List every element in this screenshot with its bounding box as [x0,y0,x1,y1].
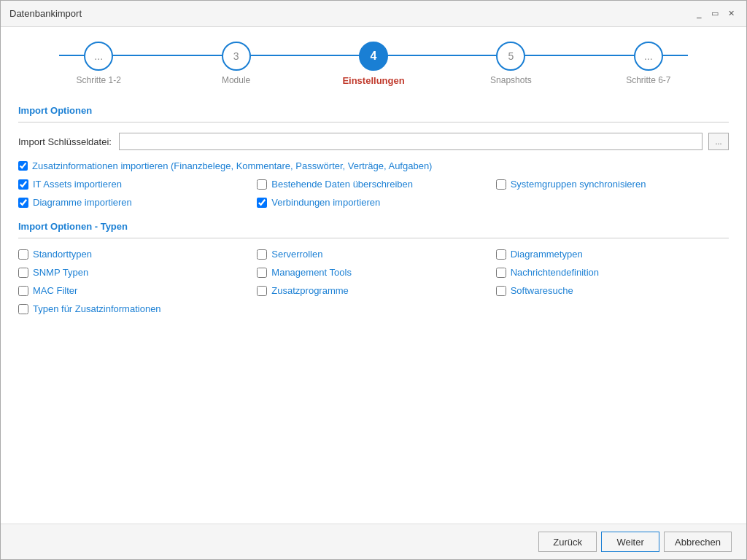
checkbox-systemgruppen: Systemgruppen synchronisieren [496,179,729,190]
checkbox-softwaresuche-input[interactable] [496,286,506,296]
section-title-import-types: Import Optionen - Typen [18,221,729,232]
minimize-button[interactable]: ⎯ [692,7,705,20]
step-circle-1-2: ... [84,42,113,71]
checkbox-snmp-label[interactable]: SNMP Typen [33,267,88,278]
step-label-3: Module [222,75,250,85]
cancel-button[interactable]: Abbrechen [664,532,732,552]
checkbox-systemgruppen-input[interactable] [496,179,506,190]
step-label-5: Snapshots [490,75,532,85]
types-grid-row2: SNMP Typen Management Tools Nachrichtend… [18,267,729,278]
checkbox-nachrichtendefinition: Nachrichtendefinition [496,267,729,278]
checkbox-mac-filter: MAC Filter [18,285,251,296]
checkbox-serverrollen-label[interactable]: Serverrollen [271,249,322,260]
checkbox-bestehende: Bestehende Daten überschreiben [257,179,489,190]
wizard-step-5: 5 Snapshots [442,42,579,85]
checkbox-softwaresuche: Softwaresuche [496,285,729,296]
content-area: ... Schritte 1-2 3 Module 4 Einstellunge… [1,27,746,559]
types-grid-row4: Typen für Zusatzinformationen [18,303,729,314]
checkbox-it-assets: IT Assets importieren [18,179,251,190]
maximize-button[interactable]: ▭ [708,7,721,20]
checkbox-snmp-input[interactable] [18,268,28,278]
close-button[interactable]: ✕ [724,7,738,20]
checkbox-bestehende-input[interactable] [257,179,267,190]
checkbox-mac-filter-input[interactable] [18,286,28,296]
section-title-import-options: Import Optionen [18,105,729,116]
checkbox-mac-filter-label[interactable]: MAC Filter [33,285,77,296]
checkbox-standorttypen-label[interactable]: Standorttypen [33,249,92,260]
checkbox-management-tools-label[interactable]: Management Tools [271,267,352,278]
wizard-step-1-2: ... Schritte 1-2 [30,42,167,85]
checkbox-management-tools: Management Tools [257,267,489,278]
checkbox-systemgruppen-label[interactable]: Systemgruppen synchronisieren [511,179,646,190]
checkbox-diagrammetypen-label[interactable]: Diagrammetypen [511,249,583,260]
checkbox-verbindungen: Verbindungen importieren [257,197,489,208]
checkbox-grid-row1: IT Assets importieren Bestehende Daten ü… [18,179,729,190]
checkbox-zusatz-label[interactable]: Zusatzinformationen importieren (Finanzb… [32,160,432,171]
step-circle-3: 3 [222,42,251,71]
checkbox-it-assets-input[interactable] [18,179,28,190]
main-window: Datenbankimport ⎯ ▭ ✕ ... Schritte 1-2 3… [0,0,747,560]
step-label-6-7: Schritte 6-7 [626,75,670,85]
window-controls: ⎯ ▭ ✕ [692,7,738,20]
main-content: Import Optionen Import Schlüsseldatei: .… [1,93,746,524]
import-key-row: Import Schlüsseldatei: ... [18,133,729,150]
checkbox-zusatz[interactable] [18,161,28,171]
checkbox-bestehende-label[interactable]: Bestehende Daten überschreiben [271,179,413,190]
checkbox-verbindungen-label[interactable]: Verbindungen importieren [271,197,380,208]
browse-button[interactable]: ... [708,133,729,150]
next-button[interactable]: Weiter [601,532,659,552]
divider-import-options [18,122,729,122]
checkbox-diagrammetypen-input[interactable] [496,249,506,260]
title-bar: Datenbankimport ⎯ ▭ ✕ [1,1,746,27]
window-title: Datenbankimport [9,8,82,19]
import-key-label: Import Schlüsseldatei: [18,136,113,147]
step-label-4: Einstellungen [342,75,404,86]
checkbox-zusatzprogramme: Zusatzprogramme [257,285,489,296]
checkbox-zusatz-row: Zusatzinformationen importieren (Finanzb… [18,160,729,171]
checkbox-zusatzprogramme-input[interactable] [257,286,267,296]
checkbox-standorttypen-input[interactable] [18,249,28,260]
checkbox-standorttypen: Standorttypen [18,249,251,260]
back-button[interactable]: Zurück [538,532,597,552]
divider-import-types [18,238,729,238]
checkbox-softwaresuche-label[interactable]: Softwaresuche [511,285,573,296]
step-circle-4: 4 [359,42,388,71]
step-circle-6-7: ... [634,42,663,71]
wizard-step-3: 3 Module [167,42,304,85]
checkbox-grid-row2: Diagramme importieren Verbindungen impor… [18,197,729,208]
checkbox-typen-zusatz-label[interactable]: Typen für Zusatzinformationen [33,303,161,314]
checkbox-diagramme-label[interactable]: Diagramme importieren [33,197,132,208]
checkbox-typen-zusatz: Typen für Zusatzinformationen [18,303,251,314]
step-circle-5: 5 [496,42,525,71]
checkbox-typen-zusatz-input[interactable] [18,304,28,314]
checkbox-verbindungen-input[interactable] [257,198,267,208]
checkbox-it-assets-label[interactable]: IT Assets importieren [33,179,122,190]
wizard-step-4: 4 Einstellungen [305,42,442,86]
checkbox-nachrichtendefinition-input[interactable] [496,268,506,278]
checkbox-diagramme-input[interactable] [18,198,28,208]
footer: Zurück Weiter Abbrechen [1,524,746,559]
checkbox-snmp: SNMP Typen [18,267,251,278]
checkbox-diagramme: Diagramme importieren [18,197,251,208]
checkbox-serverrollen-input[interactable] [257,249,267,260]
checkbox-nachrichtendefinition-label[interactable]: Nachrichtendefinition [511,267,599,278]
wizard-step-6-7: ... Schritte 6-7 [580,42,717,85]
import-key-input[interactable] [119,133,703,150]
types-grid-row1: Standorttypen Serverrollen Diagrammetype… [18,249,729,260]
checkbox-serverrollen: Serverrollen [257,249,489,260]
checkbox-management-tools-input[interactable] [257,268,267,278]
checkbox-diagrammetypen: Diagrammetypen [496,249,729,260]
types-grid-row3: MAC Filter Zusatzprogramme Softwaresuche [18,285,729,296]
wizard-steps: ... Schritte 1-2 3 Module 4 Einstellunge… [1,27,746,93]
step-label-1-2: Schritte 1-2 [77,75,121,85]
checkbox-zusatzprogramme-label[interactable]: Zusatzprogramme [271,285,348,296]
